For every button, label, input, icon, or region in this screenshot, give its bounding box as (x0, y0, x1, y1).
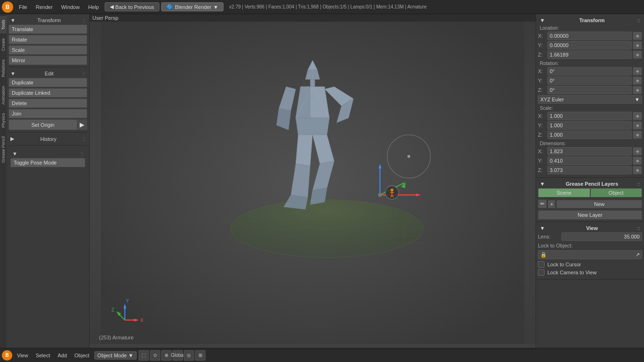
add-menu[interactable]: Add (55, 352, 70, 359)
scale-z-label: Z: (538, 132, 547, 138)
gp-dots[interactable]: :: (637, 181, 640, 187)
duplicate-button[interactable]: Duplicate (8, 78, 87, 87)
help-menu[interactable]: Help (84, 3, 103, 11)
set-origin-row: Set Origin ▶ (8, 119, 87, 130)
lock-cursor-checkbox[interactable] (538, 261, 545, 268)
rotation-z-copy[interactable]: ◈ (633, 86, 642, 94)
location-y-row: Y: 0.00000 ◈ (538, 41, 642, 49)
rotation-y-copy[interactable]: ◈ (633, 76, 642, 85)
grease-pencil-section: ▼ Grease Pencil Layers :: Scene Object ✏… (536, 178, 644, 222)
dim-y-copy[interactable]: ◈ (633, 156, 642, 165)
dim-z-input[interactable]: 3.073 (547, 166, 632, 174)
lock-camera-checkbox[interactable] (538, 269, 545, 276)
sidebar-tab-create[interactable]: Create (0, 34, 7, 55)
transform-space-icon[interactable]: Global (173, 350, 183, 361)
location-label: Location: (538, 25, 642, 32)
scale-button[interactable]: Scale (8, 45, 87, 55)
sidebar-tab-physics[interactable]: Physics (0, 109, 7, 132)
window-menu[interactable]: Window (58, 3, 83, 11)
main-layout: Tools Create Relations Animation Physics… (0, 14, 644, 348)
scale-y-input[interactable]: 1.000 (547, 121, 632, 130)
mirror-button[interactable]: Mirror (8, 56, 87, 65)
show-gizmo-icon[interactable]: ⊞ (195, 350, 206, 361)
transform-panel-dots[interactable]: :: (637, 18, 640, 23)
gp-tools: ✏ + New (538, 199, 642, 208)
dimensions-label: Dimensions: (538, 140, 642, 147)
transform-section-header[interactable]: ▼ Transform :: (8, 16, 87, 25)
proportional-edit-icon[interactable]: ◎ (184, 350, 194, 361)
location-x-input[interactable]: 0.00000 (547, 32, 632, 40)
set-origin-dropdown[interactable]: ▶ (77, 119, 87, 130)
viewport-shading-icon[interactable]: ⬚ (139, 350, 149, 361)
render-engine-label: Blender Render (175, 4, 211, 10)
rotation-x-row: X: 0° ◈ (538, 67, 642, 75)
view-menu[interactable]: View (14, 352, 31, 359)
scale-z-row: Z: 1.000 ◈ (538, 131, 642, 139)
rotate-button[interactable]: Rotate (8, 35, 87, 44)
sidebar-tab-grease-pencil[interactable]: Grease Pencil (0, 132, 7, 167)
location-y-input[interactable]: 0.00000 (547, 41, 632, 49)
translate-button[interactable]: Translate (8, 25, 87, 34)
rotation-y-input[interactable]: 0° (547, 76, 632, 85)
location-x-row: X: 0.00000 ◈ (538, 32, 642, 40)
dim-z-copy[interactable]: ◈ (633, 166, 642, 174)
svg-text:Z: Z (111, 307, 114, 313)
new-layer-button[interactable]: New Layer (538, 210, 642, 220)
sidebar-tab-tools[interactable]: Tools (0, 16, 7, 33)
dim-y-input[interactable]: 0.410 (547, 156, 632, 165)
join-button[interactable]: Join (8, 109, 87, 118)
viewport[interactable]: User Persp (90, 14, 536, 348)
render-menu[interactable]: Render (32, 3, 57, 11)
scale-z-input[interactable]: 1.000 (547, 131, 632, 139)
scale-x-copy[interactable]: ◈ (633, 112, 642, 120)
location-z-input[interactable]: 1.66189 (547, 50, 632, 59)
toggle-pose-button[interactable]: Toggle Pose Mode (10, 158, 85, 167)
scale-z-copy[interactable]: ◈ (633, 131, 642, 139)
object-menu[interactable]: Object (72, 352, 92, 359)
svg-marker-21 (296, 118, 329, 135)
history-section-header[interactable]: ▶ History :: (8, 134, 87, 143)
gp-tab-object[interactable]: Object (590, 188, 643, 197)
dim-x-copy[interactable]: ◈ (633, 147, 642, 156)
viewport-canvas[interactable]: X Y Z (253) Armature (90, 22, 536, 344)
scale-y-copy[interactable]: ◈ (633, 121, 642, 130)
dim-x-input[interactable]: 1.823 (547, 147, 632, 156)
gp-new-button[interactable]: New (556, 200, 642, 208)
lens-input[interactable]: 35.000 (561, 232, 642, 241)
transform-panel-header: ▼ Transform :: (538, 16, 642, 25)
location-x-copy[interactable]: ◈ (633, 32, 642, 40)
lock-to-obj-input[interactable]: 🔒 ↗ (538, 250, 642, 259)
location-y-copy[interactable]: ◈ (633, 41, 642, 49)
scale-label: Scale: (538, 105, 642, 112)
render-engine-select[interactable]: 🔷 Blender Render ▼ (161, 2, 223, 11)
set-origin-button[interactable]: Set Origin (8, 119, 77, 130)
location-z-label: Z: (538, 52, 547, 58)
gp-pencil-icon[interactable]: ✏ (538, 199, 547, 208)
scale-x-input[interactable]: 1.000 (547, 112, 632, 120)
viewport-header: User Persp (90, 14, 536, 22)
right-panel: ▼ Transform :: Location: X: 0.00000 ◈ Y:… (536, 14, 644, 348)
view-dots[interactable]: :: (637, 226, 640, 231)
rotation-x-input[interactable]: 0° (547, 67, 632, 75)
sidebar-tab-relations[interactable]: Relations (0, 56, 7, 81)
rotation-x-copy[interactable]: ◈ (633, 67, 642, 75)
duplicate-linked-button[interactable]: Duplicate Linked (8, 88, 87, 98)
pivot-point-icon[interactable]: ⊙ (150, 350, 160, 361)
snap-icon[interactable]: ⊕ (161, 350, 172, 361)
gp-tab-scene[interactable]: Scene (538, 188, 590, 197)
location-z-copy[interactable]: ◈ (633, 50, 642, 59)
lens-row: Lens: 35.000 (538, 232, 642, 241)
gp-add-icon[interactable]: + (548, 200, 555, 208)
file-menu[interactable]: File (15, 3, 31, 11)
edit-section-header[interactable]: ▼ Edit :: (8, 69, 87, 78)
rotation-mode-select[interactable]: XYZ Euler ▼ (538, 95, 642, 104)
rotation-z-input[interactable]: 0° (547, 86, 632, 94)
lock-icon: 🔒 (540, 252, 547, 258)
sidebar-tab-animation[interactable]: Animation (0, 82, 7, 108)
mode-select[interactable]: Object Mode ▼ (94, 351, 137, 360)
select-menu[interactable]: Select (33, 352, 53, 359)
back-to-previous-button[interactable]: ◀ Back to Previous (105, 2, 160, 11)
menu-items: File Render Window Help (15, 3, 103, 11)
delete-button[interactable]: Delete (8, 99, 87, 108)
scale-x-label: X: (538, 113, 547, 119)
